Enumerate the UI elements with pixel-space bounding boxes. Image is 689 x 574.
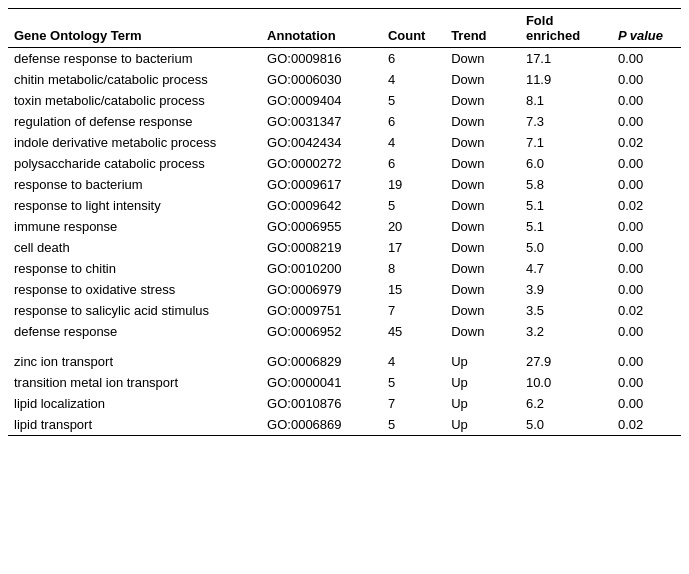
table-cell: GO:0009751 [261, 300, 382, 321]
table-row: lipid transportGO:00068695Up5.00.02 [8, 414, 681, 436]
table-cell: 3.5 [520, 300, 612, 321]
table-cell: 0.00 [612, 153, 681, 174]
table-row: immune responseGO:000695520Down5.10.00 [8, 216, 681, 237]
table-cell: 10.0 [520, 372, 612, 393]
table-cell: Up [445, 351, 520, 372]
table-cell: GO:0006829 [261, 351, 382, 372]
table-row: defense response to bacteriumGO:00098166… [8, 48, 681, 70]
header-fold: Fold enriched [520, 9, 612, 48]
header-count: Count [382, 9, 445, 48]
table-cell: GO:0006869 [261, 414, 382, 436]
table-cell: 0.00 [612, 372, 681, 393]
table-cell: 5.1 [520, 195, 612, 216]
table-cell: 7 [382, 300, 445, 321]
table-cell: 0.02 [612, 300, 681, 321]
table-cell: 0.00 [612, 393, 681, 414]
table-cell: 5 [382, 195, 445, 216]
table-cell: lipid transport [8, 414, 261, 436]
table-cell: 7.3 [520, 111, 612, 132]
table-cell: 17.1 [520, 48, 612, 70]
table-cell: 0.00 [612, 258, 681, 279]
table-cell: immune response [8, 216, 261, 237]
table-cell: Down [445, 174, 520, 195]
table-cell: Down [445, 90, 520, 111]
table-cell: 6 [382, 48, 445, 70]
table-cell: 0.00 [612, 321, 681, 342]
header-annotation: Annotation [261, 9, 382, 48]
table-cell: Down [445, 153, 520, 174]
table-cell: 3.9 [520, 279, 612, 300]
table-cell: 6 [382, 111, 445, 132]
table-cell: Down [445, 321, 520, 342]
table-cell: regulation of defense response [8, 111, 261, 132]
table-cell: Down [445, 132, 520, 153]
table-cell: 11.9 [520, 69, 612, 90]
table-cell: Down [445, 195, 520, 216]
table-cell: 8 [382, 258, 445, 279]
table-cell: chitin metabolic/catabolic process [8, 69, 261, 90]
table-cell: 0.02 [612, 414, 681, 436]
table-cell: zinc ion transport [8, 351, 261, 372]
table-cell: 0.02 [612, 132, 681, 153]
table-row: response to chitinGO:00102008Down4.70.00 [8, 258, 681, 279]
table-row: zinc ion transportGO:00068294Up27.90.00 [8, 351, 681, 372]
table-cell: 0.00 [612, 48, 681, 70]
table-cell: 5 [382, 90, 445, 111]
table-cell: 6.0 [520, 153, 612, 174]
table-cell: Down [445, 216, 520, 237]
table-cell: cell death [8, 237, 261, 258]
table-cell: 0.00 [612, 279, 681, 300]
table-cell: 4 [382, 69, 445, 90]
table-cell: response to salicylic acid stimulus [8, 300, 261, 321]
table-cell: 5.8 [520, 174, 612, 195]
table-cell: 0.00 [612, 111, 681, 132]
table-row: response to light intensityGO:00096425Do… [8, 195, 681, 216]
table-cell: GO:0009404 [261, 90, 382, 111]
header-pvalue: P value [612, 9, 681, 48]
table-cell: 7.1 [520, 132, 612, 153]
table-cell: GO:0006952 [261, 321, 382, 342]
table-cell: 4 [382, 351, 445, 372]
table-cell: defense response to bacterium [8, 48, 261, 70]
table-cell: indole derivative metabolic process [8, 132, 261, 153]
table-cell: Up [445, 393, 520, 414]
table-cell: GO:0010200 [261, 258, 382, 279]
table-cell: 0.00 [612, 237, 681, 258]
table-row: defense responseGO:000695245Down3.20.00 [8, 321, 681, 342]
table-row: toxin metabolic/catabolic processGO:0009… [8, 90, 681, 111]
table-cell: polysaccharide catabolic process [8, 153, 261, 174]
table-cell: Up [445, 414, 520, 436]
table-cell: 0.00 [612, 69, 681, 90]
table-cell: 5 [382, 414, 445, 436]
table-cell: 6.2 [520, 393, 612, 414]
table-cell: Down [445, 237, 520, 258]
table-cell: 0.00 [612, 351, 681, 372]
table-cell: 4.7 [520, 258, 612, 279]
table-row: polysaccharide catabolic processGO:00002… [8, 153, 681, 174]
table-cell: 0.02 [612, 195, 681, 216]
table-cell: GO:0031347 [261, 111, 382, 132]
table-cell: 5 [382, 372, 445, 393]
table-cell: GO:0042434 [261, 132, 382, 153]
table-cell: response to bacterium [8, 174, 261, 195]
table-cell: GO:0006955 [261, 216, 382, 237]
table-cell: 5.0 [520, 414, 612, 436]
table-cell: GO:0000272 [261, 153, 382, 174]
table-cell: GO:0009642 [261, 195, 382, 216]
table-cell: 19 [382, 174, 445, 195]
table-cell: 5.1 [520, 216, 612, 237]
table-cell: GO:0006979 [261, 279, 382, 300]
table-cell: 8.1 [520, 90, 612, 111]
table-cell: 20 [382, 216, 445, 237]
table-cell: 0.00 [612, 216, 681, 237]
table-row: indole derivative metabolic processGO:00… [8, 132, 681, 153]
table-cell: response to light intensity [8, 195, 261, 216]
table-row: response to oxidative stressGO:000697915… [8, 279, 681, 300]
table-cell: Down [445, 111, 520, 132]
table-cell: 45 [382, 321, 445, 342]
table-cell: 3.2 [520, 321, 612, 342]
table-cell: response to chitin [8, 258, 261, 279]
table-row: regulation of defense responseGO:0031347… [8, 111, 681, 132]
table-cell: 15 [382, 279, 445, 300]
table-cell: response to oxidative stress [8, 279, 261, 300]
